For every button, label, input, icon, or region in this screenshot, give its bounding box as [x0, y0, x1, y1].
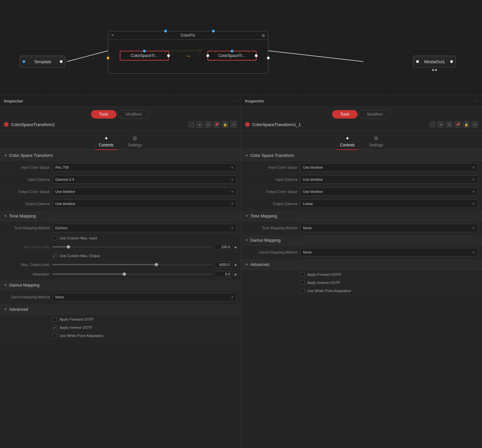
- left-output-gamma-select[interactable]: Use timeline ▼: [52, 199, 237, 208]
- left-tm-method-value: DaVinci: [55, 226, 68, 230]
- left-tool-name-row: ColorSpaceTransform1 ▾ ⊡ 📌 🔒 ↺: [0, 119, 241, 131]
- right-white-point-row: Use White Point Adaptation: [241, 287, 482, 295]
- left-max-input-value[interactable]: 100.0: [214, 244, 232, 250]
- left-max-output-value[interactable]: 4000.0: [214, 262, 232, 268]
- right-color-chip[interactable]: [430, 121, 436, 127]
- colorfix-node[interactable]: ✕ ColorFix ⊕ ColorSpaceTr... → ColorSpac…: [108, 31, 268, 74]
- right-lock-icon[interactable]: 🔒: [463, 121, 470, 128]
- left-adaptation-thumb[interactable]: [123, 272, 126, 276]
- left-adaptation-slider[interactable]: 9.0 ◆: [52, 271, 237, 277]
- left-input-gamma-arrow: ▼: [231, 178, 234, 181]
- right-white-point-label: Use White Point Adaptation: [307, 289, 351, 293]
- right-settings-tab[interactable]: ⚙ Settings: [365, 133, 387, 149]
- left-gm-method-select[interactable]: None ▼: [52, 293, 237, 301]
- left-output-cs-select[interactable]: Use timeline ▼: [52, 187, 237, 196]
- right-tm-chevron: ▼: [245, 214, 248, 218]
- left-reset-icon[interactable]: ↺: [230, 121, 237, 128]
- colorfix-right-port: [267, 57, 270, 59]
- right-gamut-mapping-section[interactable]: ▼ Gamut Mapping: [241, 235, 482, 246]
- right-controls-icon: ✦: [345, 135, 349, 141]
- right-tm-method-select[interactable]: None ▼: [300, 224, 478, 232]
- right-gm-method-select[interactable]: None ▼: [300, 248, 478, 256]
- left-inspector-more-icon[interactable]: ···: [233, 98, 237, 104]
- right-apply-inverse-checkbox[interactable]: [300, 280, 305, 285]
- left-input-gamma-value: Gamma 2.4: [55, 177, 74, 181]
- colorfix-close-icon[interactable]: ✕: [111, 33, 114, 38]
- left-pin-icon[interactable]: 📌: [213, 121, 220, 128]
- left-input-gamma-select[interactable]: Gamma 2.4 ▼: [52, 175, 237, 184]
- right-tone-mapping-section[interactable]: ▼ Tone Mapping: [241, 211, 482, 221]
- left-color-space-section[interactable]: ▼ Color Space Transform: [0, 150, 241, 161]
- right-color-space-section[interactable]: ▼ Color Space Transform: [241, 150, 482, 161]
- left-output-cs-label: Output Color Space: [4, 190, 50, 194]
- right-tool-name: ColorSpaceTransform1_1: [252, 122, 427, 127]
- left-gm-title: Gamut Mapping: [9, 283, 40, 288]
- colorfix-add-icon[interactable]: ⊕: [261, 33, 265, 38]
- right-output-gamma-select[interactable]: Linear ▼: [300, 199, 478, 208]
- right-tm-content: Tone Mapping Method None ▼: [241, 221, 482, 235]
- left-output-gamma-row: Output Gamma Use timeline ▼: [0, 198, 241, 210]
- right-advanced-section[interactable]: ▼ Advanced: [241, 259, 482, 270]
- right-controls-label: Controls: [340, 143, 355, 147]
- right-view-icon[interactable]: ⊡: [446, 121, 453, 128]
- left-controls-icon: ✦: [104, 135, 108, 141]
- left-lock-icon[interactable]: 🔒: [222, 121, 228, 128]
- left-max-output-slider[interactable]: 4000.0 ◆: [52, 262, 237, 268]
- left-use-custom-max-input-checkbox[interactable]: [52, 236, 57, 240]
- left-output-cs-arrow: ▼: [231, 190, 234, 194]
- left-tools-tab[interactable]: Tools: [91, 110, 116, 119]
- left-tm-title: Tone Mapping: [9, 214, 36, 218]
- left-dropdown-btn[interactable]: ▾: [196, 121, 203, 128]
- left-max-input-thumb[interactable]: [67, 245, 70, 249]
- right-controls-tab[interactable]: ✦ Controls: [336, 133, 359, 150]
- left-tm-method-select[interactable]: DaVinci ▼: [52, 224, 237, 232]
- template-node[interactable]: Template: [20, 56, 65, 67]
- left-use-custom-max-output-label: Use Custom Max. Output: [60, 254, 100, 258]
- mediaout-dot-2: [435, 69, 437, 71]
- right-output-cs-select[interactable]: Use timeline ▼: [300, 187, 478, 196]
- left-advanced-section[interactable]: ▼ Advanced: [0, 304, 241, 315]
- left-max-input-slider[interactable]: 100.0 ◆: [52, 244, 237, 250]
- right-input-cs-arrow: ▼: [472, 166, 475, 169]
- right-output-gamma-value: Linear: [303, 202, 313, 206]
- right-reset-icon[interactable]: ↺: [472, 121, 478, 128]
- right-pin-icon[interactable]: 📌: [455, 121, 461, 128]
- left-advanced-content: Apply Forward OOTF Apply Inverse OOTF Us…: [0, 315, 241, 341]
- left-use-custom-max-output-checkbox[interactable]: [52, 253, 57, 258]
- right-settings-label: Settings: [369, 143, 383, 147]
- right-inspector-panel: Inspector ··· Tools Modifiers ColorSpace…: [241, 95, 482, 448]
- left-modifiers-tab[interactable]: Modifiers: [118, 110, 150, 119]
- right-input-gamma-select[interactable]: Use timeline ▼: [300, 175, 478, 184]
- left-view-icon[interactable]: ⊡: [205, 121, 211, 128]
- left-settings-tab[interactable]: ⚙ Settings: [124, 133, 146, 149]
- right-tools-tab[interactable]: Tools: [332, 110, 358, 119]
- svg-line-0: [67, 51, 108, 62]
- left-controls-tab[interactable]: ✦ Controls: [95, 133, 117, 150]
- left-max-output-fill: [52, 264, 156, 265]
- left-tm-method-arrow: ▼: [231, 226, 234, 230]
- left-tm-chevron: ▼: [4, 214, 7, 218]
- colorspace-node-1[interactable]: ColorSpaceTr...: [120, 51, 169, 61]
- left-gamut-mapping-section[interactable]: ▼ Gamut Mapping: [0, 280, 241, 290]
- right-modifiers-tab[interactable]: Modifiers: [359, 110, 391, 119]
- mediaout-node[interactable]: MediaOut1: [413, 56, 456, 67]
- right-dropdown-btn[interactable]: ▾: [437, 121, 444, 128]
- right-white-point-checkbox[interactable]: [300, 289, 305, 293]
- left-tone-mapping-section[interactable]: ▼ Tone Mapping: [0, 211, 241, 221]
- left-color-chip[interactable]: [188, 121, 194, 127]
- svg-line-1: [268, 51, 363, 62]
- left-output-cs-row: Output Color Space Use timeline ▼: [0, 186, 241, 198]
- left-max-input-track: [52, 246, 212, 248]
- left-max-output-thumb[interactable]: [155, 263, 158, 266]
- left-apply-inverse-checkbox[interactable]: [52, 325, 57, 330]
- right-apply-forward-checkbox[interactable]: [300, 272, 305, 277]
- left-adaptation-value[interactable]: 9.0: [214, 271, 232, 277]
- left-adaptation-track: [52, 273, 212, 275]
- template-output-port: [60, 60, 62, 63]
- left-input-cs-select[interactable]: Rec.709 ▼: [52, 163, 237, 172]
- colorspace-node-2[interactable]: ColorSpaceTr...: [207, 51, 257, 61]
- left-apply-forward-checkbox[interactable]: [52, 317, 57, 322]
- right-inspector-more-icon[interactable]: ···: [474, 98, 478, 104]
- right-input-cs-select[interactable]: Use timeline ▼: [300, 163, 478, 172]
- left-white-point-checkbox[interactable]: [52, 333, 57, 338]
